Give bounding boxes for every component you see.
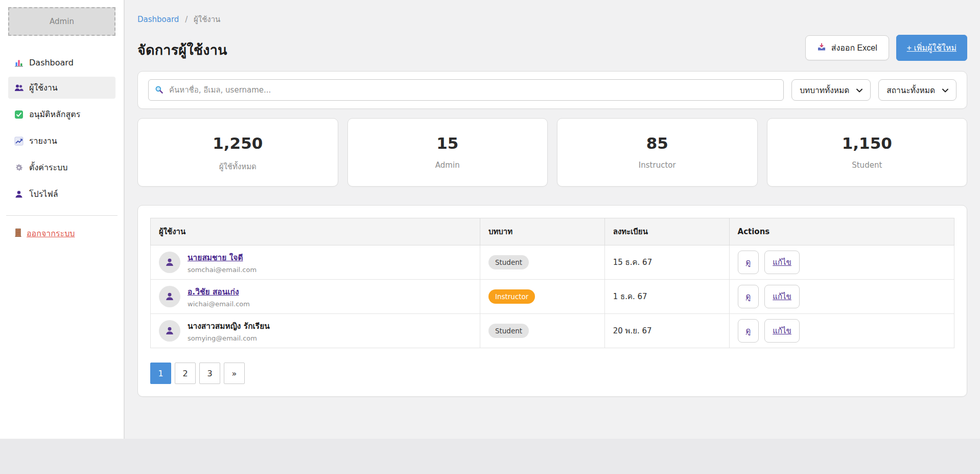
sidebar-item-settings[interactable]: ตั้งค่าระบบ xyxy=(8,156,115,178)
filter-bar: บทบาททั้งหมด สถานะทั้งหมด xyxy=(137,71,967,109)
search-input[interactable] xyxy=(148,79,784,101)
stat-value: 85 xyxy=(563,134,752,152)
stat-label: ผู้ใช้ทั้งหมด xyxy=(143,161,333,173)
role-filter-select[interactable]: บทบาททั้งหมด xyxy=(791,79,871,101)
sidebar-item-dashboard[interactable]: Dashboard xyxy=(8,53,115,72)
logout-link[interactable]: ออกจากระบบ xyxy=(14,227,75,240)
stat-label: Admin xyxy=(353,161,543,170)
add-user-button[interactable]: + เพิ่มผู้ใช้ใหม่ xyxy=(896,35,967,61)
check-icon xyxy=(14,110,24,119)
download-icon xyxy=(817,42,826,54)
view-button[interactable]: ดู xyxy=(738,319,759,343)
stat-value: 1,150 xyxy=(773,134,962,152)
sidebar-item-label: ตั้งค่าระบบ xyxy=(29,161,67,174)
view-button[interactable]: ดู xyxy=(738,251,759,274)
pagination: 1 2 3 » xyxy=(150,363,954,384)
breadcrumb-current: ผู้ใช้งาน xyxy=(194,15,220,24)
page-button-3[interactable]: 3 xyxy=(199,363,220,384)
edit-button[interactable]: แก้ไข xyxy=(764,285,800,308)
page-title: จัดการผู้ใช้งาน xyxy=(137,39,227,61)
status-filter-value: สถานะทั้งหมด xyxy=(886,84,935,97)
sidebar-item-label: Dashboard xyxy=(29,58,74,67)
user-name-text: นางสาวสมหญิง รักเรียน xyxy=(188,322,270,331)
role-badge: Instructor xyxy=(488,289,535,304)
gear-icon xyxy=(14,163,24,172)
export-excel-label: ส่งออก Excel xyxy=(831,41,877,54)
sidebar-item-users[interactable]: ผู้ใช้งาน xyxy=(8,77,115,99)
row-actions: ดู แก้ไข xyxy=(738,285,946,308)
role-badge: Student xyxy=(488,255,529,269)
role-badge: Student xyxy=(488,324,529,338)
user-email: somying@email.com xyxy=(188,334,270,342)
column-header-user: ผู้ใช้งาน xyxy=(151,218,480,245)
table-row: นางสาวสมหญิง รักเรียน somying@email.com … xyxy=(151,314,954,348)
user-name-link[interactable]: นายสมชาย ใจดี xyxy=(188,253,243,262)
admin-logo: Admin xyxy=(8,7,115,36)
stat-card-student: 1,150 Student xyxy=(767,118,968,187)
edit-button[interactable]: แก้ไข xyxy=(764,319,800,343)
column-header-actions: Actions xyxy=(729,218,954,245)
column-header-registered: ลงทะเบียน xyxy=(604,218,729,245)
sidebar-item-label: โปรไฟล์ xyxy=(29,188,58,200)
breadcrumb: Dashboard / ผู้ใช้งาน xyxy=(137,13,967,26)
sidebar-menu: Dashboard ผู้ใช้งาน อนุมัติหลักสูตร รายง… xyxy=(8,53,115,205)
page-button-2[interactable]: 2 xyxy=(175,363,196,384)
stat-card-total-users: 1,250 ผู้ใช้ทั้งหมด xyxy=(137,118,338,187)
stat-label: Student xyxy=(773,161,962,170)
avatar xyxy=(159,286,180,307)
users-icon xyxy=(14,83,24,93)
stats-row: 1,250 ผู้ใช้ทั้งหมด 15 Admin 85 Instruct… xyxy=(137,118,967,187)
chevron-down-icon xyxy=(856,85,862,95)
sidebar-divider xyxy=(6,215,118,216)
admin-logo-label: Admin xyxy=(50,17,74,26)
search-wrap xyxy=(148,79,784,101)
sidebar-item-reports[interactable]: รายงาน xyxy=(8,130,115,152)
table-row: อ.วิชัย สอนเก่ง wichai@email.com Instruc… xyxy=(151,280,954,314)
breadcrumb-dashboard-link[interactable]: Dashboard xyxy=(137,15,179,24)
sidebar-item-approve-courses[interactable]: อนุมัติหลักสูตร xyxy=(8,103,115,125)
user-cell: นายสมชาย ใจดี somchai@email.com xyxy=(159,251,472,274)
sidebar: Admin Dashboard ผู้ใช้งาน อนุมัติหลักสูต… xyxy=(0,0,125,439)
users-table-card: ผู้ใช้งาน บทบาท ลงทะเบียน Actions xyxy=(137,205,967,397)
search-icon xyxy=(155,85,164,96)
breadcrumb-separator: / xyxy=(185,15,188,24)
registered-date: 1 ธ.ค. 67 xyxy=(613,292,647,301)
status-filter-select[interactable]: สถานะทั้งหมด xyxy=(878,79,956,101)
stat-card-admin: 15 Admin xyxy=(347,118,548,187)
sidebar-item-label: อนุมัติหลักสูตร xyxy=(29,108,80,121)
view-button[interactable]: ดู xyxy=(738,285,759,308)
user-email: somchai@email.com xyxy=(188,266,256,274)
stat-label: Instructor xyxy=(563,161,752,170)
table-header-row: ผู้ใช้งาน บทบาท ลงทะเบียน Actions xyxy=(151,218,954,245)
user-cell: นางสาวสมหญิง รักเรียน somying@email.com xyxy=(159,320,472,342)
stat-card-instructor: 85 Instructor xyxy=(557,118,758,187)
page-header: จัดการผู้ใช้งาน ส่งออก Excel + เพิ่มผู้ใ… xyxy=(137,35,967,61)
row-actions: ดู แก้ไข xyxy=(738,319,946,343)
sidebar-item-label: ผู้ใช้งาน xyxy=(29,81,58,94)
user-cell: อ.วิชัย สอนเก่ง wichai@email.com xyxy=(159,285,472,308)
avatar xyxy=(159,320,180,342)
page-button-1[interactable]: 1 xyxy=(150,363,171,384)
export-excel-button[interactable]: ส่งออก Excel xyxy=(805,35,889,60)
stat-value: 15 xyxy=(353,134,543,152)
app-window: Admin Dashboard ผู้ใช้งาน อนุมัติหลักสูต… xyxy=(0,0,980,439)
main-content: Dashboard / ผู้ใช้งาน จัดการผู้ใช้งาน ส่… xyxy=(125,0,980,439)
sidebar-item-profile[interactable]: โปรไฟล์ xyxy=(8,183,115,205)
logout-label: ออกจากระบบ xyxy=(27,227,75,240)
door-icon xyxy=(14,228,22,239)
role-filter-value: บทบาททั้งหมด xyxy=(800,84,849,97)
page-button-next[interactable]: » xyxy=(224,363,245,384)
sidebar-item-label: รายงาน xyxy=(29,134,57,147)
registered-date: 15 ธ.ค. 67 xyxy=(613,258,652,267)
header-actions: ส่งออก Excel + เพิ่มผู้ใช้ใหม่ xyxy=(805,35,967,61)
stat-value: 1,250 xyxy=(143,134,333,152)
person-icon xyxy=(14,190,24,199)
page-bottom-band xyxy=(0,439,980,474)
user-email: wichai@email.com xyxy=(188,300,250,308)
table-row: นายสมชาย ใจดี somchai@email.com Student … xyxy=(151,245,954,280)
avatar xyxy=(159,252,180,273)
row-actions: ดู แก้ไข xyxy=(738,251,946,274)
edit-button[interactable]: แก้ไข xyxy=(764,251,800,274)
dashboard-icon xyxy=(14,58,24,67)
user-name-link[interactable]: อ.วิชัย สอนเก่ง xyxy=(188,287,239,297)
